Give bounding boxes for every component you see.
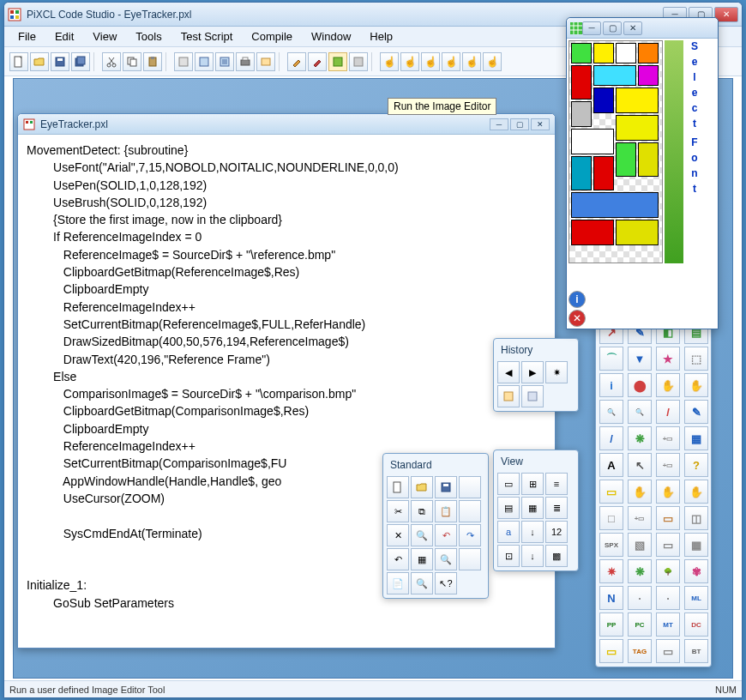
- history-star-button[interactable]: ✷: [545, 361, 568, 383]
- pencil-button[interactable]: [287, 52, 306, 71]
- paste-button[interactable]: [143, 52, 162, 71]
- hand3-button[interactable]: ☝: [421, 52, 440, 71]
- print-button[interactable]: [236, 52, 255, 71]
- std-zoom-button[interactable]: 🔍: [435, 548, 457, 570]
- view-palette[interactable]: View ▭ ⊞ ≡ ▤ ▦ ≣ a ↓ 12 ⊡ ↓ ▩: [493, 450, 579, 571]
- pixcl-tool-40-button[interactable]: SPX: [599, 533, 623, 557]
- std-new-button[interactable]: [387, 476, 409, 498]
- pixcl-tool-14-button[interactable]: ★: [656, 347, 680, 371]
- std-save-button[interactable]: [435, 476, 457, 498]
- std-copy-button[interactable]: ⧉: [411, 500, 433, 522]
- view-1-button[interactable]: ▭: [497, 473, 520, 495]
- menu-test-script[interactable]: Test Script: [172, 28, 242, 45]
- pixcl-tool-58-button[interactable]: ▭: [656, 639, 680, 663]
- pixcl-tool-50-button[interactable]: ·: [656, 586, 680, 610]
- menu-compile[interactable]: Compile: [243, 28, 301, 45]
- pixcl-tool-12-button[interactable]: ⌒: [599, 347, 623, 371]
- child-maximize-button[interactable]: ▢: [510, 118, 529, 130]
- pixcl-tool-33-button[interactable]: ✋: [628, 480, 652, 504]
- pixcl-tool-52-button[interactable]: PP: [599, 612, 623, 637]
- pixcl-tool-48-button[interactable]: N: [599, 586, 623, 610]
- menu-file[interactable]: File: [9, 28, 45, 45]
- pixcl-tool-57-button[interactable]: TAG: [628, 639, 652, 663]
- hand1-button[interactable]: ☝: [380, 52, 399, 71]
- view-11-button[interactable]: ↓: [521, 545, 544, 567]
- pixcl-tool-15-button[interactable]: ⬚: [684, 347, 708, 371]
- pixcl-tool-23-button[interactable]: ✎: [684, 400, 708, 424]
- hand5-button[interactable]: ☝: [462, 52, 481, 71]
- pixcl-tool-37-button[interactable]: +▭: [628, 506, 652, 530]
- std-paste-button[interactable]: 📋: [435, 500, 457, 522]
- std-find2-button[interactable]: 🔍: [411, 572, 433, 594]
- pixcl-tool-38-button[interactable]: ▭: [656, 506, 680, 530]
- std-undo2-button[interactable]: ↶: [387, 548, 409, 570]
- pixcl-tool-36-button[interactable]: □: [599, 506, 623, 530]
- brush-button[interactable]: [308, 52, 327, 71]
- std-4-button[interactable]: [459, 476, 481, 498]
- editor-titlebar[interactable]: EyeTracker.pxl ─ ▢ ✕: [18, 114, 555, 135]
- menu-help[interactable]: Help: [361, 28, 401, 45]
- view-7-button[interactable]: a: [497, 521, 520, 543]
- menu-view[interactable]: View: [84, 28, 125, 45]
- imed-min-button[interactable]: ─: [582, 21, 601, 35]
- new-file-button[interactable]: [9, 52, 28, 71]
- std-17-button[interactable]: 📄: [387, 572, 409, 594]
- save-all-button[interactable]: [71, 52, 90, 71]
- pixcl-tool-41-button[interactable]: ▧: [628, 533, 652, 557]
- tool-5-button[interactable]: [256, 52, 275, 71]
- view-3-button[interactable]: ≡: [545, 473, 568, 495]
- pixcl-tool-13-button[interactable]: ▼: [628, 347, 652, 371]
- cut-button[interactable]: [102, 52, 121, 71]
- std-8-button[interactable]: [459, 500, 481, 522]
- pixcl-tool-25-button[interactable]: ❋: [628, 426, 652, 450]
- pixcl-tool-59-button[interactable]: BT: [684, 639, 708, 663]
- tool-2-button[interactable]: [195, 52, 214, 71]
- pixcl-tool-24-button[interactable]: /: [599, 426, 623, 450]
- pixcl-tool-56-button[interactable]: ▭: [599, 639, 623, 663]
- pixcl-tool-26-button[interactable]: +▭: [656, 426, 680, 450]
- view-9-button[interactable]: 12: [545, 521, 568, 543]
- image-editor-colorbar[interactable]: [665, 40, 683, 263]
- tool-3-button[interactable]: [215, 52, 234, 71]
- std-help-button[interactable]: ↖?: [435, 572, 457, 594]
- pixcl-tool-32-button[interactable]: ▭: [599, 480, 623, 504]
- std-undo-button[interactable]: ↶: [435, 524, 457, 546]
- save-file-button[interactable]: [51, 52, 69, 71]
- image-editor-titlebar[interactable]: ─ ▢ ✕: [567, 18, 718, 39]
- pixcl-tool-45-button[interactable]: ❋: [628, 559, 652, 583]
- open-file-button[interactable]: [30, 52, 49, 71]
- history-list2-button[interactable]: [521, 385, 544, 407]
- pixcl-tool-27-button[interactable]: ▦: [684, 426, 708, 450]
- pixcl-tool-55-button[interactable]: DC: [684, 612, 708, 637]
- menu-edit[interactable]: Edit: [46, 28, 82, 45]
- imed-cancel-button[interactable]: ✕: [569, 310, 586, 327]
- hand4-button[interactable]: ☝: [442, 52, 460, 71]
- pixcl-tool-53-button[interactable]: PC: [628, 612, 652, 637]
- pixcl-tool-34-button[interactable]: ✋: [656, 480, 680, 504]
- menu-tools[interactable]: Tools: [127, 28, 170, 45]
- hand2-button[interactable]: ☝: [400, 52, 419, 71]
- std-delete-button[interactable]: ✕: [387, 524, 409, 546]
- pixcl-tool-35-button[interactable]: ✋: [684, 480, 708, 504]
- std-grid-button[interactable]: ▦: [411, 548, 433, 570]
- view-2-button[interactable]: ⊞: [521, 473, 544, 495]
- run-image-editor-button[interactable]: [328, 52, 347, 71]
- pixcl-tool-28-button[interactable]: A: [599, 453, 623, 477]
- history-palette[interactable]: History ◀ ▶ ✷: [493, 338, 579, 412]
- image-editor-select-font-label[interactable]: Select Font: [685, 40, 704, 263]
- pixcl-tool-47-button[interactable]: ✾: [684, 559, 708, 583]
- view-8-button[interactable]: ↓: [521, 521, 544, 543]
- pixcl-tool-31-button[interactable]: ?: [684, 453, 708, 477]
- std-cut-button[interactable]: ✂: [387, 500, 409, 522]
- pixcl-tool-49-button[interactable]: ·: [628, 586, 652, 610]
- pixcl-tool-17-button[interactable]: ⬤: [628, 373, 652, 397]
- imed-close-button[interactable]: ✕: [623, 21, 642, 35]
- imed-max-button[interactable]: ▢: [603, 21, 622, 35]
- menu-window[interactable]: Window: [303, 28, 359, 45]
- pixcl-tool-21-button[interactable]: 🔍: [628, 400, 652, 424]
- imed-info-button[interactable]: i: [569, 291, 586, 308]
- history-list1-button[interactable]: [497, 385, 520, 407]
- standard-palette[interactable]: Standard ✂ ⧉ 📋 ✕ 🔍 ↶ ↷ ↶ ▦ 🔍 📄 🔍 ↖?: [382, 453, 489, 599]
- view-12-button[interactable]: ▩: [545, 545, 568, 567]
- std-16-button[interactable]: [459, 548, 481, 570]
